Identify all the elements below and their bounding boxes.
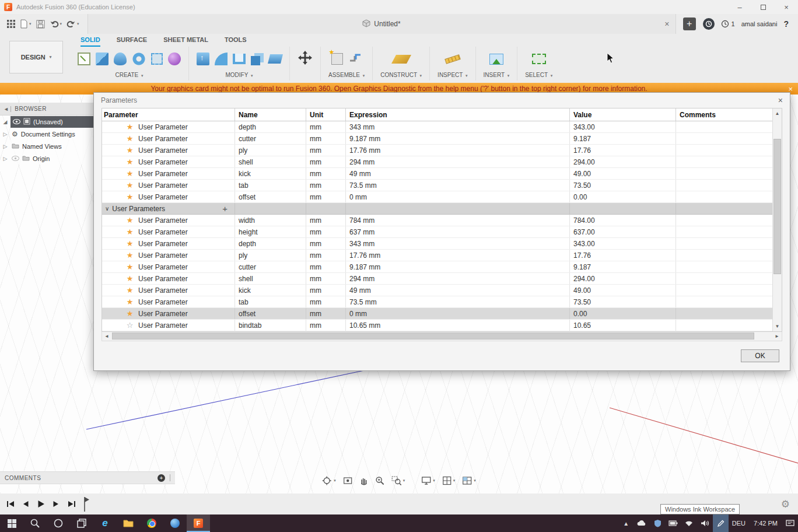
measure-icon[interactable] [444,54,461,64]
comments-bar[interactable]: COMMENTS + [0,471,175,484]
scroll-up-icon[interactable]: ▲ [775,108,780,118]
parameter-row[interactable]: ★User Parameterkickmm49 mm49.00 [102,285,772,296]
close-button[interactable]: × [775,0,798,14]
param-unit-cell[interactable]: mm [306,191,346,202]
parameter-row[interactable]: ☆User Parameterbindtabmm10.65 mm10.65 [102,320,772,331]
param-unit-cell[interactable]: mm [306,285,346,296]
onedrive-cloud-icon[interactable] [634,514,650,532]
param-value-cell[interactable]: 49.00 [570,168,676,179]
param-name-cell[interactable]: tab [235,180,306,191]
model-canvas[interactable]: ◄ BROWSER ◢ (Unsaved) ▷ ⚙ [0,94,798,494]
param-name-cell[interactable]: offset [235,308,306,319]
network-wifi-icon[interactable] [681,514,697,532]
param-value-cell[interactable]: 343.00 [570,121,676,132]
favorite-star-icon[interactable]: ★ [125,298,134,306]
param-comment-cell[interactable] [676,273,772,284]
param-expression-cell[interactable]: 9.187 mm [346,133,570,144]
param-comment-cell[interactable] [676,156,772,167]
defender-shield-icon[interactable] [650,514,666,532]
display-settings-button[interactable]: ▾ [419,475,437,487]
param-value-cell[interactable]: 294.00 [570,273,676,284]
param-unit-cell[interactable]: mm [306,215,346,226]
save-button[interactable] [34,16,47,32]
form-icon[interactable] [168,52,181,65]
param-name-cell[interactable]: kick [235,285,306,296]
create-menu-button[interactable]: CREATE ▾ [115,72,143,78]
parameter-row[interactable]: ★User Parametershellmm294 mm294.00 [102,156,772,168]
timeline-step-forward-button[interactable] [50,498,62,510]
param-expression-cell[interactable]: 784 mm [346,215,570,226]
tab-sheet-metal[interactable]: SHEET METAL [163,36,208,47]
notification-clock[interactable]: 1 [721,20,735,28]
param-expression-cell[interactable]: 294 mm [346,273,570,284]
tab-surface[interactable]: SURFACE [117,36,148,47]
param-expression-cell[interactable]: 73.5 mm [346,296,570,307]
favorite-star-icon[interactable]: ★ [125,310,134,317]
parameter-row[interactable]: ★User Parametertabmm73.5 mm73.50 [102,296,772,308]
param-unit-cell[interactable]: mm [306,250,346,261]
param-name-cell[interactable]: tab [235,296,306,307]
column-header[interactable]: Name [235,108,306,121]
cylinder-icon[interactable] [114,52,127,65]
column-header[interactable]: Unit [306,108,346,121]
language-indicator[interactable]: DEU [729,520,749,527]
param-comment-cell[interactable] [676,168,772,179]
param-unit-cell[interactable]: mm [306,308,346,319]
scroll-left-icon[interactable]: ◄ [102,334,111,339]
favorite-star-icon[interactable]: ★ [125,123,134,131]
param-name-cell[interactable]: height [235,226,306,237]
param-comment-cell[interactable] [676,308,772,319]
browser-header[interactable]: ◄ BROWSER [0,103,95,116]
job-status-icon[interactable] [703,18,715,30]
param-comment-cell[interactable] [676,121,772,132]
param-expression-cell[interactable]: 49 mm [346,168,570,179]
param-comment-cell[interactable] [676,226,772,237]
favorite-star-icon[interactable]: ★ [125,158,134,166]
construction-plane-icon[interactable] [391,55,411,64]
favorite-star-icon[interactable]: ★ [125,263,134,271]
shell-icon[interactable] [233,54,246,64]
select-marquee-icon[interactable] [532,54,546,64]
tab-solid[interactable]: SOLID [80,36,100,47]
param-value-cell[interactable]: 17.76 [570,250,676,261]
param-value-cell[interactable]: 9.187 [570,133,676,144]
timeline-skip-start-button[interactable] [5,498,16,510]
param-comment-cell[interactable] [676,215,772,226]
dialog-title-bar[interactable]: Parameters × [94,93,790,108]
timeline-position-marker[interactable] [82,495,90,515]
param-comment-cell[interactable] [676,320,772,331]
favorite-star-icon[interactable]: ★ [125,216,134,224]
param-unit-cell[interactable]: mm [306,296,346,307]
fillet-icon[interactable] [215,52,228,65]
favorite-star-icon[interactable]: ★ [125,286,134,294]
taskbar-clock[interactable]: 7:42 PM [749,520,782,527]
windows-ink-pen-icon[interactable] [713,514,729,532]
param-comment-cell[interactable] [676,191,772,202]
move-icon[interactable] [298,50,313,68]
param-expression-cell[interactable]: 17.76 mm [346,145,570,156]
param-value-cell[interactable]: 294.00 [570,156,676,167]
param-name-cell[interactable]: depth [235,121,306,132]
parameter-row[interactable]: ★User Parameterkickmm49 mm49.00 [102,168,772,180]
parameter-row[interactable]: ★User Parametershellmm294 mm294.00 [102,273,772,285]
user-parameters-section-row[interactable]: ∨ User Parameters + [102,203,772,215]
param-value-cell[interactable]: 10.65 [570,320,676,331]
blue-app-icon[interactable] [163,514,187,532]
param-value-cell[interactable]: 637.00 [570,226,676,237]
favorite-star-icon[interactable]: ★ [125,240,134,247]
timeline-settings-gear-icon[interactable]: ⚙ [781,498,790,510]
param-comment-cell[interactable] [676,180,772,191]
fusion-taskbar-icon[interactable]: F [187,514,210,532]
inspect-menu-button[interactable]: INSPECT ▾ [438,72,467,78]
chrome-icon[interactable] [140,514,163,532]
file-menu-button[interactable]: ▾ [18,16,34,32]
param-value-cell[interactable]: 0.00 [570,191,676,202]
column-header[interactable]: Comments [676,108,772,121]
scroll-down-icon[interactable]: ▼ [775,321,780,331]
pattern-icon[interactable] [151,53,163,65]
param-name-cell[interactable]: shell [235,156,306,167]
add-comment-icon[interactable]: + [158,474,165,482]
param-name-cell[interactable]: kick [235,168,306,179]
assemble-menu-button[interactable]: ASSEMBLE ▾ [328,72,365,78]
param-value-cell[interactable]: 17.76 [570,145,676,156]
